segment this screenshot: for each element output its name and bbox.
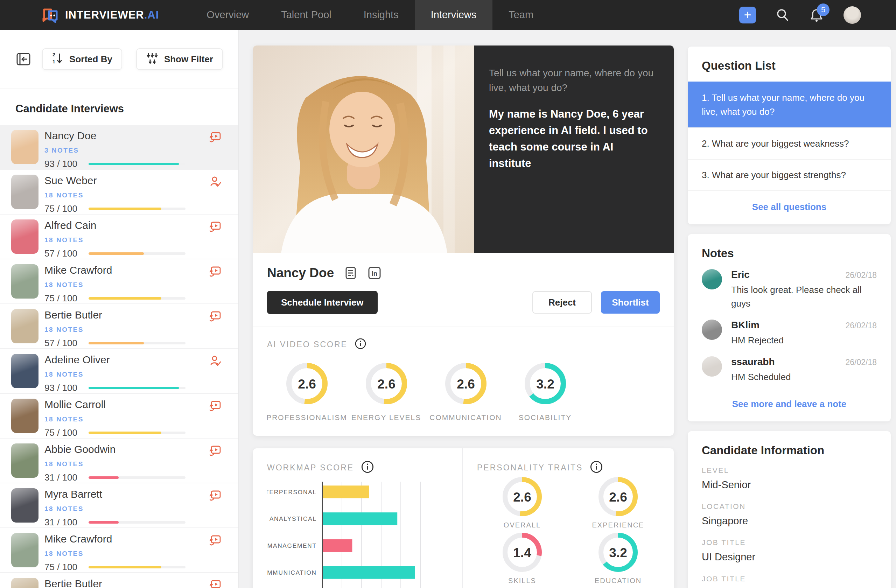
schedule-interview-button[interactable]: Schedule Interview (267, 291, 378, 314)
info-field-label: JOB TITLE (702, 575, 877, 583)
candidate-score-bar-fill (88, 342, 144, 344)
candidate-row[interactable]: Sue Weber 18 NOTES 75 / 100 (0, 170, 238, 215)
note-entry: BKlim 26/02/18 HM Rejected (702, 320, 877, 347)
search-icon[interactable] (776, 8, 789, 22)
add-button[interactable]: + (739, 7, 756, 23)
info-field-label: JOB TITLE (702, 538, 877, 547)
candidate-score-bar-fill (88, 252, 144, 255)
candidate-row[interactable]: Mollie Carroll 18 NOTES 75 / 100 (0, 394, 238, 439)
candidate-score-bar-fill (88, 297, 162, 300)
video-retake-icon[interactable] (210, 579, 221, 588)
gauge-skills: 1.4SKILLS (478, 533, 566, 585)
nav-item[interactable]: Insights (347, 0, 415, 30)
candidate-avatar (11, 264, 38, 299)
svg-text:1.4: 1.4 (513, 545, 531, 560)
question-item[interactable]: 2. What are your biggest weakness? (688, 127, 891, 159)
question-item[interactable]: 1. Tell us what your name, where do you … (688, 82, 891, 127)
candidate-row[interactable]: Mike Crawford 18 NOTES 75 / 100 (0, 528, 238, 573)
info-field-label: LEVEL (702, 466, 877, 475)
video-retake-icon[interactable] (210, 311, 221, 322)
person-check-icon[interactable] (210, 176, 221, 188)
candidate-info-fields: LEVEL Mid-Senior LOCATION Singapore JOB … (688, 466, 891, 588)
info-field-value: University Name, latest year of passing (702, 586, 877, 588)
show-filter-button[interactable]: Show Filter (136, 48, 223, 70)
info-icon[interactable] (355, 338, 366, 351)
candidate-row[interactable]: Mike Crawford 18 NOTES 75 / 100 (0, 259, 238, 304)
interview-video-player[interactable]: Tell us what your name, where do you liv… (253, 46, 674, 253)
svg-text:1: 1 (52, 59, 55, 64)
svg-text:INTERPERSONAL: INTERPERSONAL (267, 489, 317, 496)
note-date: 26/02/18 (845, 321, 877, 331)
info-field-value: Singapore (702, 514, 877, 528)
nav-item[interactable]: Team (492, 0, 550, 30)
linkedin-icon[interactable]: in (367, 266, 381, 280)
candidate-score-bar (88, 431, 186, 434)
candidate-score: 93 / 100 (44, 158, 84, 169)
logo-text: INTERVIEWER.AI (65, 9, 159, 21)
candidate-row[interactable]: Adeline Oliver 18 NOTES 93 / 100 (0, 349, 238, 394)
charts-card: WORKMAP SCORE INTERPERSONALANALYSTICALTI… (253, 448, 674, 588)
candidate-notes-count: 18 NOTES (44, 326, 224, 334)
see-all-questions-link[interactable]: See all questions (688, 190, 891, 224)
svg-text:3.2: 3.2 (609, 545, 627, 560)
resume-icon[interactable] (344, 266, 358, 280)
workmap-score-section: WORKMAP SCORE INTERPERSONALANALYSTICALTI… (253, 448, 463, 588)
nav-item[interactable]: Interviews (415, 0, 493, 30)
workmap-bar-chart: INTERPERSONALANALYSTICALTIME MANAGEMENTC… (267, 480, 456, 588)
logo-chat-icon (41, 5, 59, 25)
see-more-notes-link[interactable]: See more and leave a note (688, 393, 891, 421)
shortlist-button[interactable]: Shortlist (601, 291, 660, 314)
candidate-avatar (11, 175, 38, 209)
candidate-score: 57 / 100 (44, 248, 84, 259)
reject-button[interactable]: Reject (532, 291, 592, 314)
candidate-name: Sue Weber (44, 175, 224, 187)
personality-traits-section: PERSONALITY TRAITS 2.6OVERALL2.6EXPERIEN… (463, 448, 674, 588)
collapse-sidebar-icon[interactable] (15, 51, 32, 67)
candidate-notes-count: 18 NOTES (44, 236, 224, 244)
candidate-notes-count: 18 NOTES (44, 550, 224, 558)
info-icon[interactable] (361, 460, 374, 475)
user-avatar[interactable] (844, 6, 861, 24)
question-list-title: Question List (688, 47, 891, 82)
video-retake-icon[interactable] (210, 535, 221, 546)
candidate-score: 31 / 100 (44, 517, 84, 528)
candidate-row[interactable]: Bertie Butler 18 NOTES 57 / 100 (0, 304, 238, 349)
gauge-experience: 2.6EXPERIENCE (574, 477, 662, 529)
svg-text:2.6: 2.6 (298, 377, 316, 391)
sorted-by-button[interactable]: 21 Sorted By (42, 48, 122, 70)
candidate-row[interactable]: Myra Barrett 18 NOTES 31 / 100 (0, 483, 238, 528)
video-retake-icon[interactable] (210, 266, 221, 277)
person-check-icon[interactable] (210, 355, 221, 367)
candidate-row[interactable]: Bertie Butler 18 NOTES 57 / 100 (0, 573, 238, 588)
show-filter-label: Show Filter (164, 54, 213, 65)
nav-item[interactable]: Overview (190, 0, 265, 30)
info-icon[interactable] (590, 460, 603, 475)
candidate-notes-count: 18 NOTES (44, 281, 224, 289)
video-retake-icon[interactable] (210, 221, 221, 233)
video-retake-icon[interactable] (210, 131, 221, 143)
candidate-row[interactable]: Nancy Doe 3 NOTES 93 / 100 (0, 125, 238, 170)
candidate-avatar (11, 309, 38, 343)
candidate-score-bar (88, 252, 186, 255)
candidate-score-bar (88, 476, 186, 479)
video-retake-icon[interactable] (210, 445, 221, 457)
candidate-row[interactable]: Alfred Cain 18 NOTES 57 / 100 (0, 215, 238, 259)
top-navbar: INTERVIEWER.AI Overview Talent Pool Insi… (0, 0, 896, 30)
video-retake-icon[interactable] (210, 400, 221, 412)
video-retake-icon[interactable] (210, 490, 221, 501)
candidate-list-heading: Candidate Interviews (0, 89, 238, 125)
question-list-panel: Question List 1. Tell us what your name,… (688, 47, 891, 224)
info-field: JOB TITLE UI Designer (702, 538, 877, 564)
gauge-professionalism: 2.6PROFESSIONALISM (267, 363, 346, 422)
nav-item[interactable]: Talent Pool (265, 0, 347, 30)
info-field-value: UI Designer (702, 550, 877, 564)
question-item[interactable]: 3. What are your biggest strengths? (688, 159, 891, 190)
app-logo[interactable]: INTERVIEWER.AI (0, 0, 190, 30)
notifications-bell-icon[interactable]: 5 (809, 8, 824, 23)
candidate-score-bar (88, 163, 186, 165)
candidate-row[interactable]: Abbie Goodwin 18 NOTES 31 / 100 (0, 439, 238, 483)
workmap-score-title: WORKMAP SCORE (267, 463, 354, 472)
candidate-info-title: Candidate Information (688, 431, 891, 466)
candidate-score-bar-fill (88, 163, 179, 165)
main-content: Tell us what your name, where do you liv… (253, 46, 674, 588)
